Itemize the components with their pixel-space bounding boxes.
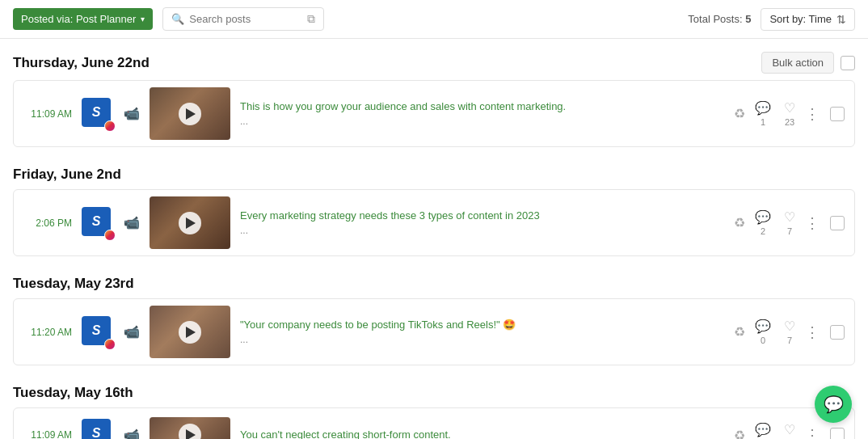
post-more-ellipsis: ... [240, 114, 724, 129]
table-row: 11:09 AM S 📹 You can't neglect creating … [13, 407, 855, 439]
play-triangle-icon [186, 429, 196, 439]
video-overlay [150, 87, 230, 140]
row-checkbox[interactable] [830, 325, 845, 340]
table-row: 2:06 PM S 📹 Every marketing strategy nee… [13, 189, 855, 256]
post-stats: 💬 1 ♡ 23 [755, 100, 795, 127]
post-thumbnail[interactable] [150, 196, 230, 249]
post-link[interactable]: Every marketing strategy needs these 3 t… [240, 209, 540, 222]
avatar: S [82, 207, 114, 239]
chevron-down-icon: ▾ [141, 15, 145, 23]
filter-label: Posted via: Post Planner [21, 13, 136, 25]
play-button[interactable] [179, 103, 201, 125]
date-section-june22: Thursday, June 22nd Bulk action [13, 39, 855, 80]
post-text: Every marketing strategy needs these 3 t… [240, 208, 724, 238]
table-row: 11:09 AM S 📹 This is how you grow your a… [13, 80, 855, 147]
comment-count: 0 [761, 336, 765, 345]
post-time: 11:20 AM [23, 327, 72, 338]
play-button[interactable] [179, 321, 201, 344]
recycle-icon[interactable]: ♻ [734, 215, 745, 230]
date-section-may23: Tuesday, May 23rd [13, 263, 855, 298]
comment-count: 2 [761, 226, 765, 236]
chat-bubble-button[interactable]: 💬 [815, 386, 852, 423]
video-icon: 📹 [124, 428, 140, 440]
video-icon: 📹 [124, 215, 140, 230]
comment-icon: 💬 [755, 209, 771, 225]
filter-button[interactable]: Posted via: Post Planner ▾ [13, 8, 153, 30]
row-checkbox[interactable] [830, 216, 845, 230]
comments-stat: 💬 0 [755, 319, 771, 345]
post-link[interactable]: "Your company needs to be posting TikTok… [240, 319, 500, 331]
date-label-may23: Tuesday, May 23rd [13, 276, 134, 292]
instagram-badge [104, 339, 116, 350]
more-options-button[interactable]: ⋮ [805, 105, 820, 123]
play-button[interactable] [179, 424, 201, 439]
row-checkbox[interactable] [830, 107, 845, 121]
post-time: 11:09 AM [23, 108, 72, 120]
post-text: You can't neglect creating short-form co… [240, 427, 724, 439]
post-stats: 💬 0 ♡ 0 [755, 422, 795, 440]
heart-icon: ♡ [784, 209, 795, 225]
row-checkbox[interactable] [830, 428, 845, 439]
brand-logo: S [82, 419, 111, 439]
comments-stat: 💬 1 [755, 100, 771, 127]
likes-stat: ♡ 7 [784, 209, 795, 236]
sort-label: Sort by: Time [769, 13, 832, 25]
heart-icon: ♡ [784, 100, 795, 116]
video-overlay [150, 417, 230, 440]
heart-icon: ♡ [784, 422, 795, 437]
post-thumbnail[interactable] [150, 306, 230, 358]
comment-icon: 💬 [755, 422, 771, 437]
more-options-button[interactable]: ⋮ [805, 214, 820, 232]
post-stats: 💬 2 ♡ 7 [755, 209, 795, 236]
more-options-button[interactable]: ⋮ [805, 426, 820, 439]
total-posts-label: Total Posts: 5 [688, 13, 751, 25]
bulk-action-button[interactable]: Bulk action [761, 52, 834, 74]
bulk-action-area: Bulk action [761, 52, 855, 74]
post-text: This is how you grow your audience and s… [240, 99, 724, 129]
comment-icon: 💬 [755, 100, 771, 116]
more-options-button[interactable]: ⋮ [805, 323, 820, 341]
video-icon: 📹 [124, 324, 140, 340]
header-left: Posted via: Post Planner ▾ 🔍 ⧉ [13, 7, 324, 31]
instagram-badge [104, 230, 116, 241]
likes-count: 7 [787, 336, 792, 345]
post-time: 2:06 PM [23, 217, 72, 229]
chat-bubble-icon: 💬 [824, 395, 844, 414]
post-thumbnail[interactable] [150, 417, 230, 440]
date-label-june22: Thursday, June 22nd [13, 55, 150, 71]
bulk-select-checkbox[interactable] [841, 56, 855, 70]
likes-stat: ♡ 0 [784, 422, 795, 440]
post-thumbnail[interactable] [150, 87, 230, 140]
avatar: S [82, 419, 114, 439]
post-time: 11:09 AM [23, 429, 72, 439]
date-section-june2: Friday, June 2nd [13, 154, 855, 189]
video-icon: 📹 [124, 106, 140, 121]
play-triangle-icon [186, 327, 196, 338]
search-box: 🔍 ⧉ [162, 7, 324, 31]
heart-icon: ♡ [784, 319, 795, 334]
header-bar: Posted via: Post Planner ▾ 🔍 ⧉ Total Pos… [0, 0, 868, 39]
header-right: Total Posts: 5 Sort by: Time ⇅ [688, 8, 855, 31]
post-text: "Your company needs to be posting TikTok… [240, 317, 724, 348]
sort-icon: ⇅ [836, 13, 846, 26]
avatar: S [82, 316, 114, 348]
comments-stat: 💬 0 [755, 422, 771, 440]
video-overlay [150, 196, 230, 249]
date-label-june2: Friday, June 2nd [13, 167, 121, 183]
recycle-icon[interactable]: ♻ [734, 428, 745, 440]
video-overlay [150, 306, 230, 358]
filter-sliders-icon[interactable]: ⧉ [307, 12, 315, 26]
comment-count: 1 [761, 117, 765, 127]
play-button[interactable] [179, 212, 201, 234]
recycle-icon[interactable]: ♻ [734, 106, 745, 121]
sort-button[interactable]: Sort by: Time ⇅ [761, 8, 855, 31]
post-link[interactable]: You can't neglect creating short-form co… [240, 428, 451, 439]
post-more-ellipsis: ... [240, 332, 724, 347]
posts-content: Thursday, June 22nd Bulk action 11:09 AM… [0, 39, 868, 439]
recycle-icon[interactable]: ♻ [734, 324, 745, 340]
likes-stat: ♡ 23 [784, 100, 795, 127]
post-stats: 💬 0 ♡ 7 [755, 319, 795, 345]
post-link[interactable]: This is how you grow your audience and s… [240, 100, 566, 112]
search-input[interactable] [189, 13, 302, 25]
instagram-badge [104, 120, 116, 132]
